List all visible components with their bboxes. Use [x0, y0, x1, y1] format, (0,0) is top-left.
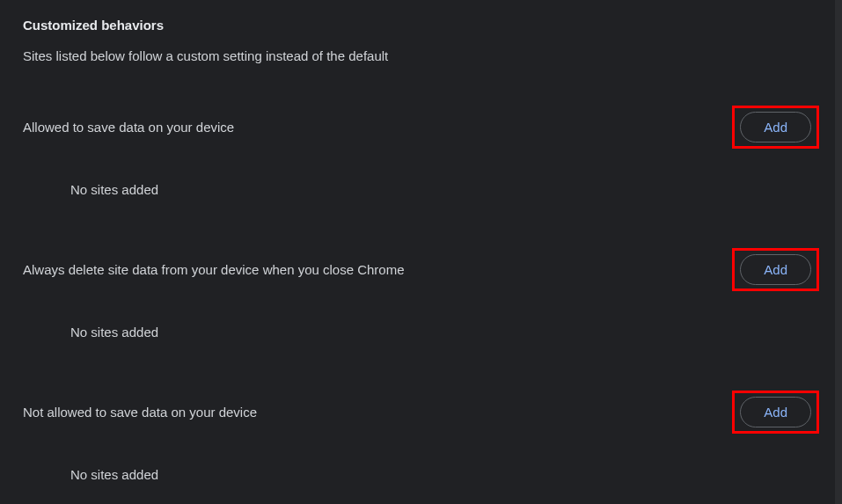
- settings-panel: Customized behaviors Sites listed below …: [0, 0, 842, 504]
- setting-label-not-allowed: Not allowed to save data on your device: [23, 405, 257, 420]
- setting-row-delete-on-close: Always delete site data from your device…: [23, 248, 819, 291]
- section-subtitle: Sites listed below follow a custom setti…: [23, 48, 819, 63]
- highlight-box: Add: [732, 391, 819, 434]
- add-button-delete-on-close[interactable]: Add: [740, 254, 811, 285]
- add-button-allowed[interactable]: Add: [740, 112, 811, 142]
- setting-row-not-allowed: Not allowed to save data on your device …: [23, 391, 819, 434]
- empty-text-delete-on-close: No sites added: [70, 325, 819, 340]
- empty-text-allowed: No sites added: [70, 182, 819, 197]
- empty-text-not-allowed: No sites added: [70, 467, 819, 482]
- highlight-box: Add: [732, 106, 819, 149]
- setting-label-delete-on-close: Always delete site data from your device…: [23, 262, 405, 277]
- add-button-not-allowed[interactable]: Add: [740, 397, 811, 427]
- highlight-box: Add: [732, 248, 819, 291]
- setting-label-allowed: Allowed to save data on your device: [23, 120, 234, 135]
- section-title: Customized behaviors: [23, 18, 819, 33]
- scrollbar-track[interactable]: [835, 0, 842, 504]
- setting-row-allowed: Allowed to save data on your device Add: [23, 106, 819, 149]
